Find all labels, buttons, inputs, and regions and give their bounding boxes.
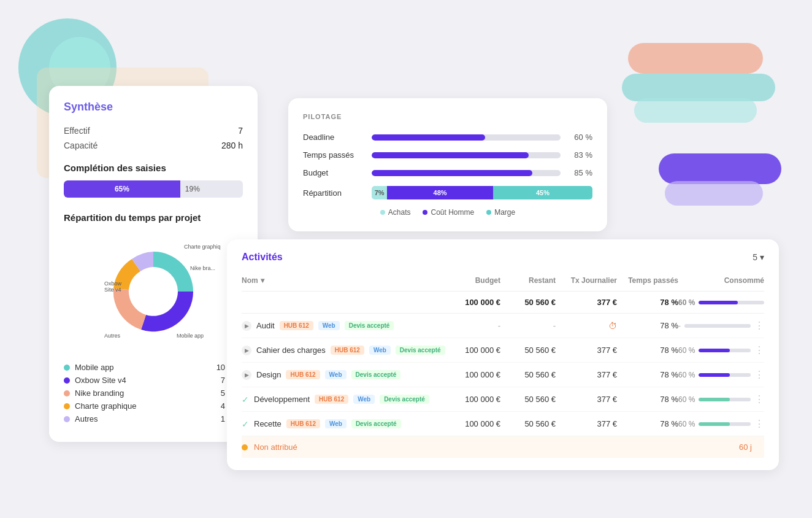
activities-count[interactable]: 5 ▾ (753, 252, 764, 262)
synthese-title: Synthèse (64, 101, 243, 114)
summary-progress-fill (699, 301, 738, 304)
capacite-label: Capacité (64, 141, 98, 150)
table-header: Nom ▾ Budget Restant Tx Journalier Temps… (242, 273, 764, 292)
summary-temps: 78 % (617, 298, 678, 307)
recette-tag-hub: HUB 612 (286, 419, 320, 428)
synthese-card: Synthèse Effectif 7 Capacité 280 h Compl… (49, 86, 258, 442)
dev-progress-bar (699, 398, 751, 401)
activities-header: Activités 5 ▾ (242, 252, 764, 263)
recette-more-btn[interactable]: ⋮ (754, 418, 764, 430)
recette-tag-web: Web (325, 419, 347, 428)
pilotage-row-budget: Budget 85 % (303, 168, 592, 177)
non-attribue-label: Non attribué (254, 443, 297, 452)
legend-cout-homme: Coût Homme (423, 208, 474, 217)
dev-name-cell: ✓ Développement HUB 612 Web Devis accept… (242, 395, 445, 404)
audit-budget: - (445, 321, 500, 330)
design-tag-hub: HUB 612 (286, 370, 320, 379)
audit-tag-web: Web (318, 321, 340, 330)
cahier-budget: 100 000 € (445, 346, 500, 355)
bg-salmon-pill (628, 43, 763, 74)
dev-name: Développement (254, 395, 310, 404)
deadline-bar-track (372, 134, 561, 141)
cahier-restant: 50 560 € (500, 346, 556, 355)
design-tag-devis: Devis accepté (351, 370, 401, 379)
dev-more-btn[interactable]: ⋮ (754, 393, 764, 405)
budget-bar-track (372, 170, 561, 176)
legend-item-oxbow: Oxbow Site v4 7 h 00 (64, 376, 243, 385)
legend-item-autres: Autres 1 h 30 (64, 414, 243, 423)
svg-text:Charte graphique: Charte graphique (184, 244, 221, 250)
recette-check-icon: ✓ (242, 419, 249, 429)
repartition-row: Répartition 7% 48% 45% (303, 186, 592, 199)
temps-pct: 83 % (568, 150, 592, 160)
pilotage-card: PILOTAGE Deadline 60 % Temps passés 83 %… (288, 98, 607, 231)
dev-budget: 100 000 € (445, 395, 500, 404)
summary-progress-bar (699, 301, 764, 304)
design-temps: 78 % (617, 370, 678, 379)
audit-expand-btn[interactable]: ▶ (242, 321, 251, 331)
table-row-cahier: ▶ Cahier des charges HUB 612 Web Devis a… (242, 338, 764, 363)
recette-progress-bar (699, 422, 751, 426)
audit-tag-hub: HUB 612 (280, 321, 313, 330)
pilotage-row-deadline: Deadline 60 % (303, 133, 592, 142)
audit-name-cell: ▶ Audit HUB 612 Web Devis accepté (242, 321, 445, 331)
design-more-btn[interactable]: ⋮ (754, 369, 764, 381)
repartition-seg-achats: 7% (372, 186, 387, 199)
pilotage-legend: Achats Coût Homme Marge (303, 208, 592, 217)
bg-teal-pill2 (634, 98, 757, 123)
legend-dot-nike (64, 390, 70, 396)
recette-temps: 78 % (617, 419, 678, 428)
dev-tag-devis: Devis accepté (380, 395, 429, 404)
legend-item-mobile: Mobile app 10 h 00 (64, 363, 243, 372)
design-consomme: 60 % ⋮ (678, 369, 764, 381)
design-expand-btn[interactable]: ▶ (242, 370, 251, 380)
legend-dot-autres (64, 416, 70, 422)
audit-tx: ⏱ (556, 321, 617, 331)
legend-dot-mobile (64, 365, 70, 371)
cahier-expand-btn[interactable]: ▶ (242, 346, 251, 355)
capacite-value: 280 h (221, 141, 243, 150)
design-progress-bar (699, 373, 751, 377)
deadline-bar-fill (372, 134, 485, 141)
activities-title: Activités (242, 252, 283, 263)
summary-budget: 100 000 € (445, 298, 500, 307)
audit-temps: 78 % (617, 321, 678, 330)
legend-marge: Marge (486, 208, 515, 217)
pilotage-section-label: PILOTAGE (303, 113, 592, 120)
table-row-design: ▶ Design HUB 612 Web Devis accepté 100 0… (242, 363, 764, 387)
svg-text:Autres: Autres (104, 333, 121, 339)
chart-title: Répartition du temps par projet (64, 212, 243, 223)
cahier-more-btn[interactable]: ⋮ (754, 344, 764, 356)
repartition-seg-marge: 45% (493, 186, 592, 199)
cahier-tx: 377 € (556, 346, 617, 355)
col-tx: Tx Journalier (556, 276, 617, 285)
completion-bar: 65% 19% (64, 180, 243, 198)
audit-name: Audit (256, 321, 275, 330)
deadline-pct: 60 % (568, 133, 592, 142)
col-temps: Temps passés (617, 276, 678, 285)
table-row-recette: ✓ Recette HUB 612 Web Devis accepté 100 … (242, 412, 764, 436)
non-attribue-dot (242, 444, 248, 450)
legend-item-nike: Nike branding 5 h 45 (64, 388, 243, 398)
completion-title: Complétion des saisies (64, 163, 243, 173)
table-summary-row: 100 000 € 50 560 € 377 € 78 % 60 % (242, 292, 764, 314)
effectif-value: 7 (238, 126, 243, 136)
dev-restant: 50 560 € (500, 395, 556, 404)
audit-more-btn[interactable]: ⋮ (754, 320, 764, 331)
legend-dot-charte (64, 403, 70, 409)
design-name: Design (256, 370, 281, 379)
budget-pct: 85 % (568, 168, 592, 177)
legend-dot-marge (486, 210, 491, 215)
non-attribue-row: Non attribué 60 j (242, 436, 764, 458)
temps-bar-track (372, 152, 561, 158)
repartition-seg-homme: 48% (387, 186, 493, 199)
temps-label: Temps passés (303, 150, 364, 160)
audit-restant: - (500, 321, 556, 330)
design-tx: 377 € (556, 370, 617, 379)
col-nom[interactable]: Nom ▾ (242, 276, 445, 285)
cahier-consomme: 60 % ⋮ (678, 344, 764, 356)
completion-fill: 65% (64, 180, 180, 198)
table-row-audit: ▶ Audit HUB 612 Web Devis accepté - - ⏱ … (242, 314, 764, 338)
svg-text:Mobile app: Mobile app (177, 333, 204, 339)
audit-progress-bar (684, 324, 751, 328)
